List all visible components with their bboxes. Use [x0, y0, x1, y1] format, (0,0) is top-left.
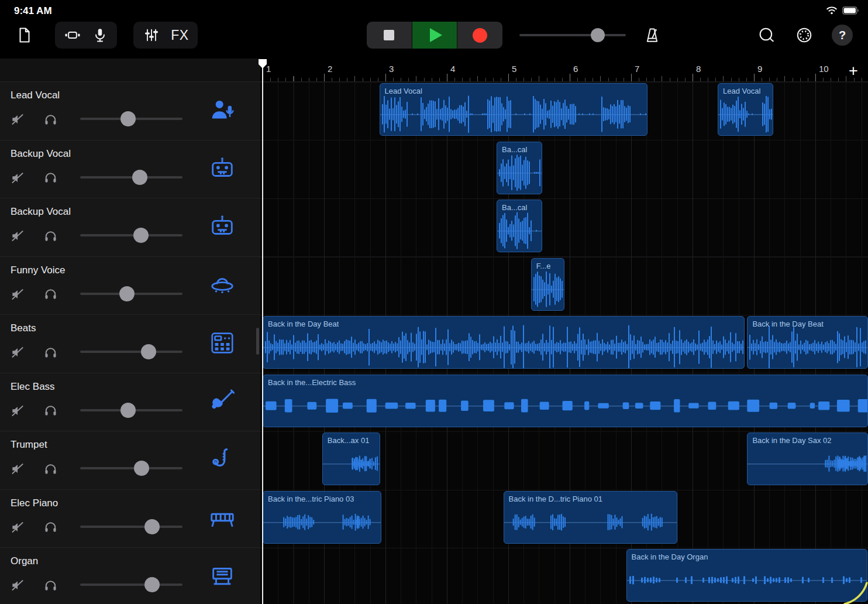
mute-button[interactable] [9, 228, 26, 244]
volume-slider[interactable] [80, 344, 182, 359]
record-icon [473, 28, 487, 43]
audio-region[interactable]: Back in the Day Organ [626, 549, 868, 602]
audio-region[interactable]: F...e [531, 258, 564, 311]
help-button[interactable]: ? [829, 22, 855, 48]
mute-button[interactable] [9, 170, 26, 186]
ufo-icon[interactable] [208, 271, 236, 299]
volume-slider[interactable] [80, 286, 182, 301]
track-header-row[interactable]: Backup Vocal [0, 198, 260, 257]
audio-region[interactable]: Lead Vocal [718, 83, 773, 136]
audio-region[interactable]: Ba...cal [497, 200, 542, 252]
region-label: Back in the...Electric Bass [268, 378, 356, 387]
monitor-button[interactable] [42, 344, 58, 361]
volume-knob[interactable] [132, 170, 147, 185]
bass-guitar-icon[interactable] [208, 387, 236, 416]
monitor-button[interactable] [42, 461, 58, 477]
track-header-row[interactable]: Funny Voice [0, 257, 260, 315]
volume-knob[interactable] [120, 403, 136, 418]
timeline-grid[interactable]: Lead Vocal Lead Vocal Ba...cal Ba...cal … [260, 82, 868, 604]
audio-region[interactable]: Back in the...tric Piano 03 [263, 491, 381, 544]
status-time: 9:41 AM [14, 5, 52, 17]
track-header-row[interactable]: Organ [0, 548, 260, 604]
mute-button[interactable] [9, 111, 26, 128]
volume-slider[interactable] [80, 577, 182, 592]
track-header-row[interactable]: Elec Bass [0, 373, 260, 432]
audio-region[interactable]: Lead Vocal [380, 83, 648, 136]
mute-button[interactable] [9, 577, 26, 593]
headphones-icon [43, 403, 58, 418]
track-header-row[interactable]: Trumpet [0, 431, 260, 490]
vocalist-icon[interactable] [208, 96, 236, 124]
settings-icon[interactable] [791, 22, 817, 48]
track-panel-resize-handle[interactable] [256, 328, 259, 355]
play-button[interactable] [412, 22, 457, 49]
volume-knob[interactable] [120, 111, 136, 126]
robot-icon[interactable] [208, 155, 236, 183]
monitor-button[interactable] [42, 286, 58, 303]
volume-slider[interactable] [80, 111, 182, 126]
volume-track [80, 351, 182, 353]
volume-slider[interactable] [80, 403, 182, 418]
add-section-button[interactable]: + [843, 61, 863, 81]
track-header-row[interactable]: Backup Vocal [0, 140, 260, 199]
saxophone-icon[interactable] [208, 445, 236, 473]
loop-browser-icon[interactable] [753, 22, 779, 48]
mute-button[interactable] [9, 403, 26, 419]
audio-region[interactable]: Back in the Day Sax 02 [747, 433, 868, 485]
mute-button[interactable] [9, 344, 26, 361]
mute-icon [10, 112, 25, 127]
master-volume-slider[interactable] [519, 28, 626, 42]
monitor-button[interactable] [42, 228, 58, 244]
fx-group: FX [133, 22, 198, 49]
audio-region[interactable]: Back in the Day Beat [747, 316, 868, 369]
volume-knob[interactable] [134, 461, 149, 476]
fx-button[interactable]: FX [167, 22, 193, 48]
mute-button[interactable] [9, 519, 26, 536]
fx-label: FX [171, 28, 188, 43]
mute-button[interactable] [9, 461, 26, 477]
track-name: Elec Piano [11, 497, 58, 509]
audio-region[interactable]: Back in the D...tric Piano 01 [504, 491, 677, 544]
monitor-button[interactable] [42, 111, 58, 128]
volume-knob[interactable] [119, 286, 135, 301]
timeline-ruler[interactable]: 12345678910 + [260, 59, 868, 82]
monitor-button[interactable] [42, 170, 58, 186]
electric-piano-icon[interactable] [208, 504, 236, 532]
monitor-button[interactable] [42, 403, 58, 419]
metronome-icon[interactable] [639, 22, 665, 48]
volume-knob[interactable] [141, 344, 156, 359]
headphones-icon [43, 520, 58, 534]
stop-button[interactable] [367, 22, 412, 49]
mute-icon [10, 520, 25, 535]
volume-knob[interactable] [144, 577, 160, 592]
record-button[interactable] [457, 22, 502, 49]
monitor-button[interactable] [42, 577, 58, 593]
volume-slider[interactable] [80, 170, 182, 185]
volume-knob[interactable] [133, 228, 149, 243]
volume-slider[interactable] [80, 519, 182, 534]
volume-slider[interactable] [80, 228, 182, 243]
audio-region[interactable]: Back in the Day Beat [263, 316, 745, 369]
mic-input-icon[interactable] [87, 22, 113, 48]
region-label: Back...ax 01 [328, 436, 370, 445]
headphones-icon [43, 462, 58, 476]
audio-region[interactable]: Back in the...Electric Bass [263, 375, 868, 427]
volume-track [80, 176, 182, 179]
track-header-row[interactable]: Elec Piano [0, 490, 260, 548]
organ-icon[interactable] [208, 562, 236, 590]
audio-region[interactable]: Ba...cal [497, 142, 542, 194]
controls-sliders-icon[interactable] [139, 22, 164, 48]
mute-button[interactable] [9, 286, 26, 303]
master-volume-track [519, 34, 626, 36]
audio-region[interactable]: Back...ax 01 [322, 433, 380, 485]
track-header-row[interactable]: Beats [0, 315, 260, 373]
volume-knob[interactable] [144, 519, 160, 534]
monitor-button[interactable] [42, 519, 58, 536]
volume-slider[interactable] [80, 461, 182, 476]
track-header-row[interactable]: Lead Vocal [0, 82, 260, 140]
document-icon[interactable] [12, 22, 37, 48]
robot-icon[interactable] [208, 212, 236, 241]
master-volume-knob[interactable] [591, 28, 605, 42]
drum-machine-icon[interactable] [208, 329, 236, 357]
track-display-icon[interactable] [60, 22, 85, 48]
